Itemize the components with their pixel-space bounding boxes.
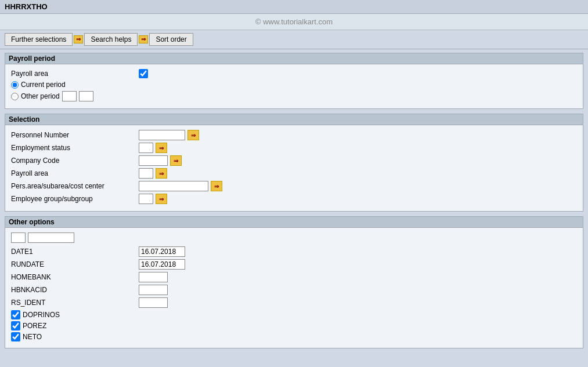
payroll-area-row: Payroll area xyxy=(11,69,577,78)
other-period-input2[interactable] xyxy=(79,91,93,101)
employee-group-arrow-btn[interactable]: ⇒ xyxy=(156,194,167,204)
app-title: HHRRXTHO xyxy=(5,2,48,11)
other-period-row: Other period xyxy=(11,91,577,101)
selection-header: Selection xyxy=(5,114,583,125)
selection-row-pers-area: Pers.area/subarea/cost center ⇒ xyxy=(11,181,577,191)
watermark-text: © www.tutorialkart.com xyxy=(255,17,333,26)
employment-status-label: Employment status xyxy=(11,144,139,152)
current-period-row: Current period xyxy=(11,81,577,89)
selection-row-employment: Employment status ⇒ xyxy=(11,143,577,153)
porez-label: POREZ xyxy=(23,322,46,330)
rundate-input[interactable] xyxy=(139,259,185,270)
homebank-input[interactable] xyxy=(139,272,168,282)
other-options-header: Other options xyxy=(5,217,583,228)
title-bar: HHRRXTHO xyxy=(0,0,588,14)
main-content: Payroll period Payroll area Current peri… xyxy=(0,49,588,357)
payroll-area-label: Payroll area xyxy=(11,70,139,78)
hbnkacid-row: HBNKACID xyxy=(11,285,577,295)
rs-ident-input[interactable] xyxy=(139,297,168,308)
pers-area-input[interactable] xyxy=(139,181,208,191)
rundate-label: RUNDATE xyxy=(11,260,139,268)
employee-group-label: Employee group/subgroup xyxy=(11,195,139,203)
personnel-number-label: Personnel Number xyxy=(11,131,139,139)
further-selections-button[interactable]: Further selections xyxy=(5,33,73,46)
payroll-period-body: Payroll area Current period Other period xyxy=(5,64,583,108)
selection-row-company: Company Code ⇒ xyxy=(11,155,577,166)
selection-row-employee-group: Employee group/subgroup ⇒ xyxy=(11,194,577,204)
selection-row-personnel: Personnel Number ⇒ xyxy=(11,130,577,140)
selection-section: Selection Personnel Number ⇒ Employment … xyxy=(5,114,583,212)
doprinos-checkbox[interactable] xyxy=(11,310,20,319)
other-period-inputs xyxy=(62,91,93,101)
homebank-label: HOMEBANK xyxy=(11,273,139,281)
current-period-radio[interactable] xyxy=(11,81,19,89)
current-period-label: Current period xyxy=(21,81,66,89)
payroll-period-header: Payroll period xyxy=(5,53,583,64)
company-code-input[interactable] xyxy=(139,155,168,166)
homebank-row: HOMEBANK xyxy=(11,272,577,282)
date1-label: DATE1 xyxy=(11,248,139,256)
other-options-input1[interactable] xyxy=(11,232,26,243)
porez-row: POREZ xyxy=(11,321,577,330)
selection-payroll-area-input[interactable] xyxy=(139,168,153,179)
search-helps-button[interactable]: Search helps xyxy=(84,33,138,46)
sort-order-button[interactable]: Sort order xyxy=(149,33,193,46)
company-code-label: Company Code xyxy=(11,157,139,165)
rs-ident-row: RS_IDENT xyxy=(11,297,577,308)
neto-checkbox[interactable] xyxy=(11,332,20,341)
doprinos-label: DOPRINOS xyxy=(23,311,60,319)
arrow-icon-2: ⇒ xyxy=(139,35,148,43)
employment-status-arrow-btn[interactable]: ⇒ xyxy=(156,143,167,153)
pers-area-arrow-btn[interactable]: ⇒ xyxy=(211,181,222,191)
arrow-icon-1: ⇒ xyxy=(74,35,83,43)
toolbar: Further selections ⇒ Search helps ⇒ Sort… xyxy=(0,30,588,49)
sort-order-label: Sort order xyxy=(156,35,186,43)
further-selections-label: Further selections xyxy=(11,35,66,43)
selection-row-payroll-area: Payroll area ⇒ xyxy=(11,168,577,179)
payroll-area-checkbox[interactable] xyxy=(139,69,148,78)
personnel-number-arrow-btn[interactable]: ⇒ xyxy=(187,130,199,140)
pers-area-label: Pers.area/subarea/cost center xyxy=(11,182,139,190)
other-options-top-row xyxy=(11,232,577,243)
other-options-section: Other options DATE1 RUNDATE HOMEBANK xyxy=(5,216,583,348)
personnel-number-input[interactable] xyxy=(139,130,185,140)
hbnkacid-input[interactable] xyxy=(139,285,168,295)
doprinos-row: DOPRINOS xyxy=(11,310,577,319)
rundate-row: RUNDATE xyxy=(11,259,577,270)
hbnkacid-label: HBNKACID xyxy=(11,286,139,294)
employment-status-input[interactable] xyxy=(139,143,153,153)
porez-checkbox[interactable] xyxy=(11,321,20,330)
other-period-input1[interactable] xyxy=(62,91,77,101)
neto-label: NETO xyxy=(23,333,42,341)
selection-body: Personnel Number ⇒ Employment status ⇒ C… xyxy=(5,125,583,211)
date1-row: DATE1 xyxy=(11,246,577,257)
date1-input[interactable] xyxy=(139,246,185,257)
payroll-period-section: Payroll period Payroll area Current peri… xyxy=(5,53,583,109)
other-period-radio[interactable] xyxy=(11,93,19,100)
search-helps-label: Search helps xyxy=(91,35,131,43)
watermark-bar: © www.tutorialkart.com xyxy=(0,14,588,30)
neto-row: NETO xyxy=(11,332,577,341)
other-options-input2[interactable] xyxy=(28,232,74,243)
payroll-area-arrow-btn[interactable]: ⇒ xyxy=(156,168,167,179)
rs-ident-label: RS_IDENT xyxy=(11,299,139,307)
selection-payroll-area-label: Payroll area xyxy=(11,169,139,177)
company-code-arrow-btn[interactable]: ⇒ xyxy=(170,155,182,166)
other-period-label: Other period xyxy=(21,92,60,100)
employee-group-input[interactable] xyxy=(139,194,153,204)
other-options-body: DATE1 RUNDATE HOMEBANK HBNKACID RS_IDENT xyxy=(5,228,583,348)
